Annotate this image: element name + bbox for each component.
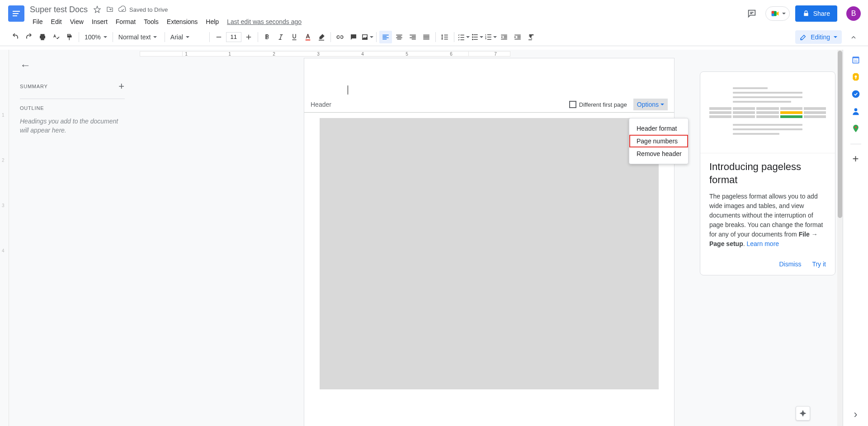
svg-point-9 bbox=[854, 108, 857, 111]
comments-icon[interactable] bbox=[744, 5, 760, 22]
contacts-icon[interactable] bbox=[851, 107, 860, 116]
keep-icon[interactable] bbox=[851, 72, 860, 81]
underline-icon[interactable] bbox=[288, 31, 301, 43]
numbered-list-icon[interactable] bbox=[484, 31, 497, 43]
add-summary-icon[interactable]: + bbox=[118, 80, 125, 92]
options-dropdown-menu: Header format Page numbers Remove header bbox=[629, 118, 689, 164]
font-size-increase[interactable] bbox=[242, 31, 255, 43]
share-button[interactable]: Share bbox=[795, 5, 837, 22]
promo-title: Introducing pageless format bbox=[709, 161, 826, 186]
clear-format-icon[interactable] bbox=[525, 31, 538, 43]
bold-icon[interactable] bbox=[261, 31, 274, 43]
promo-text: The pageless format allows you to add wi… bbox=[709, 192, 826, 249]
tasks-icon[interactable] bbox=[851, 90, 860, 99]
italic-icon[interactable] bbox=[274, 31, 287, 43]
share-button-label: Share bbox=[813, 10, 830, 17]
redo-icon[interactable] bbox=[23, 31, 35, 43]
meet-button[interactable] bbox=[765, 6, 790, 21]
save-status[interactable]: Saved to Drive bbox=[118, 5, 168, 14]
calendar-icon[interactable]: 31 bbox=[851, 55, 860, 64]
print-icon[interactable] bbox=[36, 31, 49, 43]
image-icon[interactable] bbox=[361, 31, 373, 43]
save-status-text: Saved to Drive bbox=[129, 6, 168, 13]
indent-decrease-icon[interactable] bbox=[498, 31, 510, 43]
svg-rect-7 bbox=[855, 78, 856, 79]
align-right-icon[interactable] bbox=[406, 31, 419, 43]
docs-logo[interactable] bbox=[7, 4, 25, 22]
font-size-input[interactable]: 11 bbox=[226, 32, 241, 42]
line-spacing-icon[interactable] bbox=[439, 31, 451, 43]
checklist-icon[interactable] bbox=[457, 31, 470, 43]
add-on-plus-icon[interactable]: + bbox=[852, 152, 859, 165]
caret-down-icon bbox=[782, 13, 786, 14]
align-center-icon[interactable] bbox=[393, 31, 406, 43]
horizontal-ruler[interactable]: 1 1 2 3 4 5 6 7 bbox=[136, 50, 843, 58]
style-dropdown[interactable]: Normal text bbox=[116, 31, 162, 43]
font-dropdown[interactable]: Arial bbox=[168, 31, 207, 43]
menu-item-page-numbers[interactable]: Page numbers bbox=[629, 135, 688, 147]
last-edit-link[interactable]: Last edit was seconds ago bbox=[227, 18, 302, 25]
indent-increase-icon[interactable] bbox=[511, 31, 524, 43]
header-label: Header bbox=[311, 101, 331, 108]
maps-icon[interactable] bbox=[851, 124, 860, 133]
document-title[interactable]: Super test Docs bbox=[29, 4, 89, 15]
text-cursor bbox=[348, 85, 348, 95]
text-color-icon[interactable] bbox=[302, 31, 314, 43]
explore-button[interactable] bbox=[796, 406, 810, 421]
svg-rect-2 bbox=[771, 14, 774, 16]
align-justify-icon[interactable] bbox=[420, 31, 433, 43]
svg-text:31: 31 bbox=[854, 59, 857, 63]
editing-mode-dropdown[interactable]: Editing bbox=[795, 30, 842, 44]
star-icon[interactable] bbox=[93, 5, 101, 14]
pageless-promo-card: Introducing pageless format The pageless… bbox=[700, 71, 835, 275]
undo-icon[interactable] bbox=[9, 31, 22, 43]
svg-point-6 bbox=[854, 76, 857, 78]
back-arrow-icon[interactable]: ← bbox=[20, 59, 125, 71]
align-left-icon[interactable] bbox=[379, 31, 392, 43]
menu-edit[interactable]: Edit bbox=[47, 16, 66, 27]
summary-heading: SUMMARY bbox=[20, 84, 48, 89]
menu-insert[interactable]: Insert bbox=[88, 16, 111, 27]
account-avatar[interactable]: B bbox=[846, 6, 861, 21]
try-it-button[interactable]: Try it bbox=[812, 260, 826, 268]
menu-item-remove-header[interactable]: Remove header bbox=[629, 147, 688, 160]
bullet-list-icon[interactable] bbox=[471, 31, 483, 43]
side-panel: 31 + › bbox=[843, 50, 868, 426]
spellcheck-icon[interactable] bbox=[50, 31, 62, 43]
promo-illustration bbox=[700, 72, 835, 153]
outline-empty-text: Headings you add to the document will ap… bbox=[20, 117, 125, 135]
different-first-page-checkbox[interactable]: Different first page bbox=[569, 101, 627, 108]
outline-heading: OUTLINE bbox=[20, 105, 125, 111]
paint-format-icon[interactable] bbox=[63, 31, 76, 43]
page-body-placeholder bbox=[320, 118, 659, 389]
side-panel-collapse-icon[interactable]: › bbox=[854, 408, 858, 421]
menu-file[interactable]: File bbox=[29, 16, 47, 27]
page-header-area[interactable]: Header Different first page Options bbox=[304, 58, 674, 113]
move-icon[interactable] bbox=[106, 5, 114, 14]
menu-format[interactable]: Format bbox=[112, 16, 139, 27]
menu-view[interactable]: View bbox=[66, 16, 87, 27]
svg-rect-1 bbox=[771, 11, 774, 14]
header-options-button[interactable]: Options bbox=[633, 99, 668, 110]
toolbar: 100% Normal text Arial 11 Editing bbox=[0, 28, 868, 46]
menu-help[interactable]: Help bbox=[202, 16, 222, 27]
zoom-dropdown[interactable]: 100% bbox=[82, 31, 110, 43]
menu-tools[interactable]: Tools bbox=[140, 16, 162, 27]
learn-more-link[interactable]: Learn more bbox=[746, 240, 779, 247]
vertical-ruler: 1234 bbox=[0, 50, 9, 426]
app-header: Super test Docs Saved to Drive File Edit… bbox=[0, 0, 868, 28]
link-icon[interactable] bbox=[334, 31, 346, 43]
page[interactable]: Header Different first page Options bbox=[304, 58, 675, 426]
dismiss-button[interactable]: Dismiss bbox=[779, 260, 801, 268]
outline-sidebar: ← SUMMARY + OUTLINE Headings you add to … bbox=[9, 50, 136, 426]
comment-icon[interactable] bbox=[347, 31, 360, 43]
svg-point-10 bbox=[854, 126, 856, 128]
menu-bar: File Edit View Insert Format Tools Exten… bbox=[29, 15, 744, 28]
scrollbar[interactable] bbox=[837, 50, 843, 426]
font-size-decrease[interactable] bbox=[212, 31, 225, 43]
highlight-icon[interactable] bbox=[315, 31, 328, 43]
menu-extensions[interactable]: Extensions bbox=[163, 16, 201, 27]
menu-item-header-format[interactable]: Header format bbox=[629, 122, 688, 135]
collapse-toolbar-icon[interactable] bbox=[848, 32, 859, 43]
svg-point-8 bbox=[852, 90, 859, 98]
